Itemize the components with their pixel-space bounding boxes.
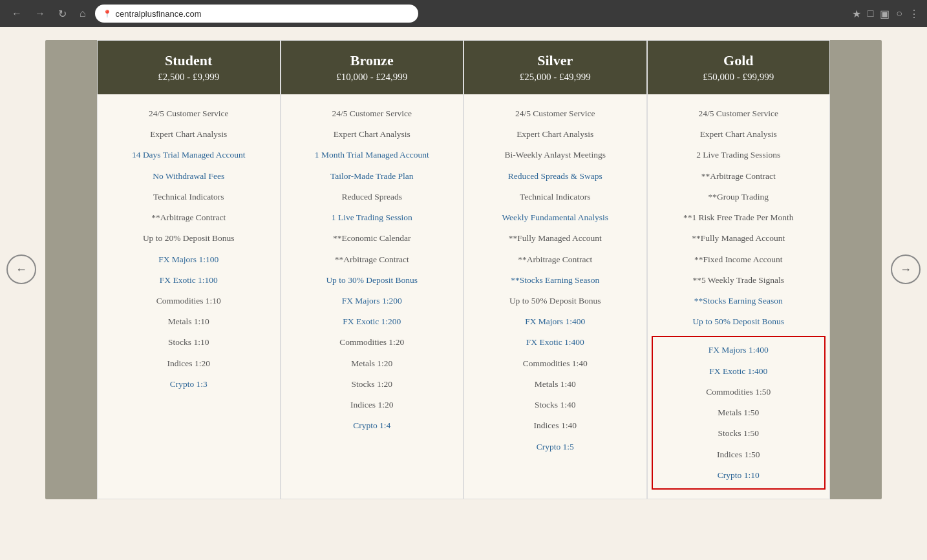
feature-item: **Stocks Earning Season (471, 270, 640, 291)
left-arrow-icon: ← (16, 263, 27, 276)
plan-name-student: Student (105, 52, 272, 69)
feature-item: Expert Chart Analysis (471, 124, 640, 145)
feature-item: Commodities 1:10 (104, 291, 273, 311)
gold-highlight-box: FX Majors 1:400FX Exotic 1:400Commoditie… (652, 336, 826, 490)
feature-item: Reduced Spreads & Swaps (471, 166, 640, 187)
card-body-student: 24/5 Customer ServiceExpert Chart Analys… (98, 94, 280, 499)
feature-item: Tailor-Made Trade Plan (288, 166, 457, 187)
next-arrow[interactable]: → (891, 254, 921, 284)
feature-item: FX Exotic 1:100 (104, 270, 273, 291)
feature-item: FX Exotic 1:400 (655, 361, 822, 382)
cards-container: Student £2,500 - £9,999 24/5 Customer Se… (97, 40, 830, 499)
feature-item: Indices 1:40 (471, 415, 640, 436)
feature-item: 24/5 Customer Service (654, 103, 824, 124)
feature-item: Metals 1:50 (655, 402, 822, 423)
feature-item: Crypto 1:10 (655, 465, 822, 486)
feature-item: Bi-Weekly Anlayst Meetings (471, 145, 640, 165)
feature-item: FX Majors 1:100 (104, 249, 273, 270)
feature-item: Stocks 1:10 (104, 332, 273, 353)
address-bar[interactable]: 📍 centralplusfinance.com (95, 5, 418, 23)
feature-item: FX Exotic 1:400 (471, 332, 640, 353)
feature-item: Crypto 1:4 (288, 415, 457, 436)
price-range-gold: £50,000 - £99,999 (655, 72, 822, 83)
plan-card-gold: Gold £50,000 - £99,999 24/5 Customer Ser… (647, 40, 831, 499)
card-body-bronze: 24/5 Customer ServiceExpert Chart Analys… (281, 94, 464, 499)
feature-item: **1 Risk Free Trade Per Month (654, 207, 824, 228)
forward-button[interactable]: → (31, 5, 49, 22)
feature-item: FX Majors 1:400 (471, 311, 640, 332)
feature-item: Metals 1:40 (471, 374, 640, 395)
feature-item: Metals 1:20 (288, 353, 457, 374)
feature-item: Expert Chart Analysis (654, 124, 824, 145)
plan-card-bronze: Bronze £10,000 - £24,999 24/5 Customer S… (281, 40, 464, 499)
card-header-bronze: Bronze £10,000 - £24,999 (281, 41, 464, 94)
feature-item: Technical Indicators (471, 187, 640, 207)
feature-item: Weekly Fundamental Analysis (471, 207, 640, 228)
feature-item: **Arbitrage Contract (288, 249, 457, 270)
feature-item: Indices 1:20 (104, 353, 273, 374)
feature-item: Indices 1:20 (288, 395, 457, 415)
feature-item: Up to 20% Deposit Bonus (104, 228, 273, 249)
feature-item: Up to 50% Deposit Bonus (471, 291, 640, 311)
feature-item: Expert Chart Analysis (104, 124, 273, 145)
feature-item: Stocks 1:50 (655, 423, 822, 444)
feature-item: 2 Live Trading Sessions (654, 145, 824, 165)
plan-name-gold: Gold (655, 52, 822, 69)
price-range-silver: £25,000 - £49,999 (472, 72, 639, 83)
plan-name-silver: Silver (472, 52, 639, 69)
card-header-silver: Silver £25,000 - £49,999 (464, 41, 646, 94)
feature-item: Expert Chart Analysis (288, 124, 457, 145)
card-body-gold: 24/5 Customer ServiceExpert Chart Analys… (648, 94, 830, 499)
feature-item: 14 Days Trial Managed Account (104, 145, 273, 165)
right-arrow-icon: → (900, 263, 911, 276)
feature-item: Reduced Spreads (288, 187, 457, 207)
plan-card-silver: Silver £25,000 - £49,999 24/5 Customer S… (464, 40, 647, 499)
feature-item: **Economic Calendar (288, 228, 457, 249)
feature-item: Up to 30% Deposit Bonus (288, 270, 457, 291)
feature-item: Crypto 1:5 (471, 437, 640, 457)
feature-item: **5 Weekly Trade Signals (654, 270, 824, 291)
feature-item: Commodities 1:50 (655, 382, 822, 402)
back-button[interactable]: ← (8, 5, 26, 22)
feature-item: Metals 1:10 (104, 311, 273, 332)
partial-card-right (830, 40, 882, 499)
feature-item: Technical Indicators (104, 187, 273, 207)
reload-button[interactable]: ↻ (54, 5, 70, 23)
feature-item: 24/5 Customer Service (288, 103, 457, 124)
price-range-bronze: £10,000 - £24,999 (289, 72, 456, 83)
feature-item: **Arbitrage Contract (471, 249, 640, 270)
plan-card-student: Student £2,500 - £9,999 24/5 Customer Se… (97, 40, 281, 499)
price-range-student: £2,500 - £9,999 (105, 72, 272, 83)
browser-toolbar: ← → ↻ ⌂ 📍 centralplusfinance.com ★ □ ▣ ○… (0, 0, 927, 27)
feature-item: 24/5 Customer Service (471, 103, 640, 124)
feature-item: **Arbitrage Contract (654, 166, 824, 187)
feature-item: Stocks 1:20 (288, 374, 457, 395)
feature-item: **Arbitrage Contract (104, 207, 273, 228)
feature-item: **Stocks Earning Season (654, 291, 824, 311)
prev-arrow[interactable]: ← (6, 254, 36, 284)
feature-item: **Fixed Income Account (654, 249, 824, 270)
feature-item: **Fully Managed Account (471, 228, 640, 249)
browser-icons: ★ □ ▣ ○ ⋮ (852, 8, 919, 20)
feature-item: FX Majors 1:400 (655, 340, 822, 360)
feature-item: 1 Month Trial Managed Account (288, 145, 457, 165)
feature-item: Crypto 1:3 (104, 374, 273, 395)
partial-card-left (45, 40, 97, 499)
home-button[interactable]: ⌂ (76, 5, 90, 22)
feature-item: **Fully Managed Account (654, 228, 824, 249)
main-content: ← Student £2,500 - £9,999 24/5 Customer … (0, 27, 927, 512)
card-body-silver: 24/5 Customer ServiceExpert Chart Analys… (464, 94, 646, 499)
feature-item: Commodities 1:20 (288, 332, 457, 353)
plan-name-bronze: Bronze (289, 52, 456, 69)
feature-item: **Group Trading (654, 187, 824, 207)
url-text: centralplusfinance.com (116, 9, 202, 19)
feature-item: Up to 50% Deposit Bonus (654, 311, 824, 332)
feature-item: Indices 1:50 (655, 444, 822, 465)
card-header-student: Student £2,500 - £9,999 (98, 41, 280, 94)
feature-item: No Withdrawal Fees (104, 166, 273, 187)
card-header-gold: Gold £50,000 - £99,999 (648, 41, 830, 94)
feature-item: FX Majors 1:200 (288, 291, 457, 311)
feature-item: Commodities 1:40 (471, 353, 640, 374)
feature-item: Stocks 1:40 (471, 395, 640, 415)
feature-item: 1 Live Trading Session (288, 207, 457, 228)
